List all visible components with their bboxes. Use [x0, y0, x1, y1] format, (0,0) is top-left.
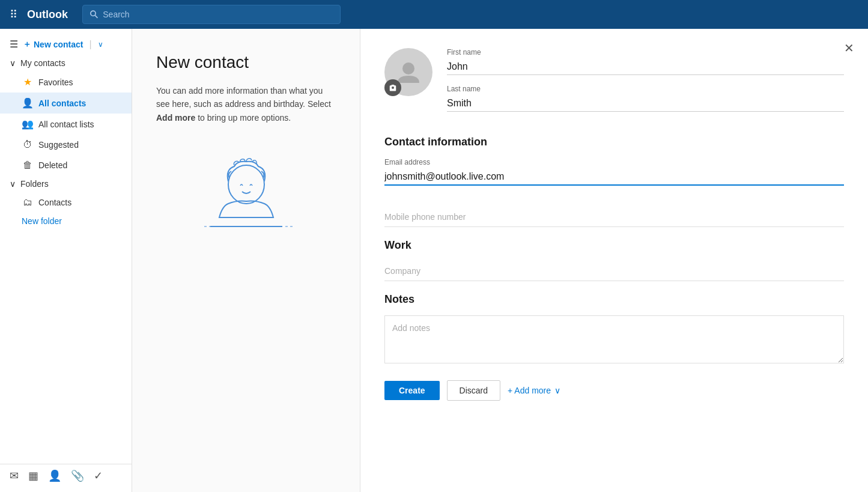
search-icon — [90, 10, 98, 19]
divider: | — [89, 39, 91, 50]
people-nav-icon[interactable]: 👤 — [48, 469, 61, 482]
sidebar-top-row: ☰ ＋ New contact | ∨ — [0, 34, 132, 55]
create-button[interactable]: Create — [384, 381, 440, 400]
trash-icon: 🗑 — [22, 160, 34, 171]
notes-section-title: Notes — [384, 293, 844, 306]
company-input[interactable] — [384, 261, 844, 281]
grid-icon[interactable]: ⠿ — [7, 5, 20, 23]
sidebar-item-favorites[interactable]: ★ Favorites — [0, 71, 132, 93]
suggested-label: Suggested — [38, 140, 79, 150]
sidebar-item-suggested[interactable]: ⏱ Suggested — [0, 135, 132, 155]
deleted-label: Deleted — [38, 160, 67, 170]
star-icon: ★ — [22, 76, 34, 88]
all-contacts-label: All contacts — [38, 99, 86, 108]
add-more-text: Add more — [156, 113, 195, 123]
action-bar: Create Discard + Add more ∨ — [384, 380, 844, 401]
modal-title: New contact — [156, 53, 336, 72]
email-label: Email address — [384, 158, 844, 166]
calendar-icon[interactable]: ▦ — [28, 469, 38, 482]
avatar-row: First name Last name — [384, 48, 844, 121]
clock-icon: ⏱ — [22, 139, 34, 150]
favorites-label: Favorites — [38, 77, 73, 87]
folder-icon: 🗂 — [22, 197, 34, 208]
tasks-icon[interactable]: ✓ — [94, 469, 103, 482]
add-more-button[interactable]: + Add more ∨ — [508, 386, 560, 395]
chevron-down-icon-3: ∨ — [554, 386, 560, 395]
app-title: Outlook — [27, 8, 68, 21]
topbar: ⠿ Outlook — [0, 0, 868, 29]
modal-description: You can add more information than what y… — [156, 84, 336, 124]
sidebar-item-folders[interactable]: ∨ Folders — [0, 175, 132, 192]
bottom-nav: ✉ ▦ 👤 📎 ✓ — [0, 464, 132, 487]
avatar-container — [384, 48, 432, 96]
mail-icon[interactable]: ✉ — [10, 469, 19, 482]
people-icon: 👤 — [22, 97, 34, 109]
svg-point-0 — [91, 11, 96, 16]
search-bar[interactable] — [82, 5, 341, 24]
phone-input[interactable] — [384, 207, 844, 227]
contact-illustration — [192, 148, 300, 244]
chevron-down-icon: ∨ — [10, 58, 16, 68]
list-icon: 👥 — [22, 118, 34, 130]
app-body: ☰ ＋ New contact | ∨ ∨ My contacts ★ Favo… — [0, 29, 868, 492]
contacts-folder-label: Contacts — [38, 198, 71, 207]
my-contacts-label: My contacts — [20, 58, 65, 68]
svg-point-2 — [228, 165, 264, 204]
modal-desc-text2: to bring up more options. — [195, 113, 291, 123]
new-contact-dropdown[interactable]: ∨ — [98, 40, 103, 49]
last-name-input[interactable] — [447, 96, 844, 112]
camera-icon — [389, 84, 397, 92]
new-contact-button[interactable]: ＋ New contact — [23, 39, 83, 50]
camera-badge[interactable] — [384, 79, 401, 96]
sidebar-item-my-contacts[interactable]: ∨ My contacts — [0, 55, 132, 71]
new-folder-label: New folder — [22, 216, 62, 226]
all-contact-lists-label: All contact lists — [38, 120, 94, 129]
main-content: ☆ Add to fa... All co... # 1 11433... — [132, 29, 868, 492]
chevron-down-icon-2: ∨ — [10, 179, 16, 189]
folders-label: Folders — [20, 179, 49, 189]
plus-icon: ＋ — [23, 39, 31, 50]
contact-info-section-title: Contact information — [384, 136, 844, 148]
sidebar-item-all-contacts[interactable]: 👤 All contacts — [0, 93, 132, 114]
svg-point-6 — [402, 62, 414, 74]
email-input[interactable] — [384, 169, 844, 186]
first-name-input[interactable] — [447, 59, 844, 75]
sidebar-scroll-area: ∨ My contacts ★ Favorites 👤 All contacts… — [0, 55, 132, 464]
sidebar-item-deleted[interactable]: 🗑 Deleted — [0, 155, 132, 175]
modal-desc-text1: You can add more information than what y… — [156, 86, 331, 109]
search-input[interactable] — [103, 10, 333, 19]
work-section-title: Work — [384, 239, 844, 252]
sidebar-item-all-contact-lists[interactable]: 👥 All contact lists — [0, 114, 132, 135]
close-button[interactable]: ✕ — [839, 38, 858, 58]
modal-illustration — [156, 148, 336, 244]
phone-field-group — [384, 207, 844, 227]
attachment-icon[interactable]: 📎 — [71, 469, 84, 482]
new-folder-link[interactable]: New folder — [0, 213, 132, 229]
modal-overlay: New contact You can add more information… — [132, 29, 868, 492]
email-field-group: Email address — [384, 158, 844, 195]
notes-section: Notes — [384, 293, 844, 366]
add-more-label: + Add more — [508, 386, 551, 395]
modal-panel: New contact You can add more information… — [132, 29, 868, 492]
discard-button[interactable]: Discard — [447, 380, 500, 401]
modal-left-panel: New contact You can add more information… — [132, 29, 360, 492]
name-fields: First name Last name — [447, 48, 844, 121]
modal-right-panel: ✕ — [360, 29, 868, 492]
hamburger-icon[interactable]: ☰ — [10, 38, 18, 50]
sidebar: ☰ ＋ New contact | ∨ ∨ My contacts ★ Favo… — [0, 29, 132, 492]
svg-line-1 — [95, 16, 97, 18]
last-name-label: Last name — [447, 85, 844, 93]
sidebar-item-contacts-folder[interactable]: 🗂 Contacts — [0, 192, 132, 213]
notes-textarea[interactable] — [384, 315, 844, 363]
work-section: Work — [384, 239, 844, 281]
new-contact-label: New contact — [34, 40, 83, 49]
first-name-label: First name — [447, 48, 844, 56]
